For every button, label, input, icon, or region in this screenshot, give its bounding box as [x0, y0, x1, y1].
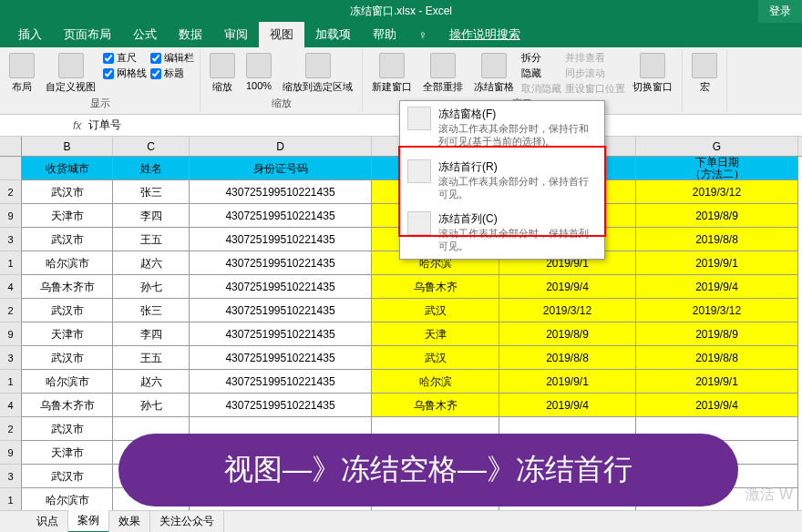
tab-审阅[interactable]: 审阅 — [213, 21, 259, 48]
header-cell[interactable]: 身份证号码 — [190, 157, 372, 180]
cell[interactable]: 武汉市 — [22, 417, 113, 441]
tab-数据[interactable]: 数据 — [168, 21, 213, 48]
cell[interactable]: 乌鲁木齐 — [372, 394, 499, 417]
cell[interactable]: 李四 — [113, 204, 190, 228]
cell[interactable]: 天津市 — [22, 441, 113, 465]
col-header-B[interactable]: B — [22, 137, 113, 156]
switch-window-button[interactable]: 切换窗口 — [629, 51, 676, 96]
cell[interactable]: 武汉 — [372, 299, 499, 322]
cell[interactable]: 2019/8/8 — [636, 228, 798, 251]
cell[interactable]: 乌鲁木齐市 — [22, 275, 113, 299]
tab-加载项[interactable]: 加载项 — [304, 21, 362, 48]
cell[interactable]: 天津市 — [22, 322, 113, 346]
cell[interactable]: 2019/9/1 — [636, 370, 798, 394]
cell[interactable]: 赵六 — [113, 251, 190, 275]
cell[interactable]: 2019/9/4 — [499, 275, 636, 299]
formula-bar-checkbox[interactable]: 编辑栏 — [150, 51, 194, 65]
freeze-panes-button[interactable]: 冻结窗格 — [470, 51, 518, 96]
cell[interactable]: 张三 — [113, 299, 190, 322]
row-header[interactable] — [0, 157, 22, 180]
cell[interactable]: 2019/3/12 — [499, 299, 636, 322]
cell[interactable]: 武汉市 — [22, 465, 113, 488]
cell[interactable]: 孙七 — [113, 394, 190, 417]
tab-操作说明搜索[interactable]: 操作说明搜索 — [438, 21, 531, 48]
cell[interactable]: 哈尔滨 — [372, 370, 499, 394]
cell[interactable]: 乌鲁木齐市 — [22, 394, 113, 417]
select-all-corner[interactable] — [0, 137, 22, 156]
cell[interactable]: 430725199510221435 — [190, 275, 372, 299]
sheet-tab-效果[interactable]: 效果 — [109, 511, 150, 532]
cell[interactable]: 2019/8/9 — [499, 322, 636, 346]
cell[interactable]: 张三 — [113, 180, 190, 204]
cell[interactable]: 430725199510221435 — [190, 228, 372, 251]
cell[interactable]: 赵六 — [113, 370, 190, 394]
zoom-100-button[interactable]: 100% — [242, 51, 275, 93]
col-header-C[interactable]: C — [113, 137, 190, 156]
header-cell[interactable]: 姓名 — [113, 157, 190, 180]
cell[interactable]: 2019/8/8 — [636, 346, 798, 370]
cell[interactable]: 430725199510221435 — [190, 322, 372, 346]
reset-position-button[interactable]: 重设窗口位置 — [565, 82, 625, 96]
cell[interactable]: 2019/9/4 — [499, 394, 636, 417]
cell[interactable]: 2019/3/12 — [636, 299, 798, 322]
arrange-all-button[interactable]: 全部重排 — [419, 51, 467, 96]
freeze-option-0[interactable]: 冻结窗格(F)滚动工作表其余部分时，保持行和列可见(基于当前的选择)。 — [400, 101, 604, 154]
cell[interactable]: 2019/9/1 — [636, 251, 798, 275]
zoom-button[interactable]: 缩放 — [206, 51, 239, 96]
header-cell[interactable]: 下单日期 （方法二） — [636, 157, 798, 180]
tab-公式[interactable]: 公式 — [122, 21, 168, 48]
tab-页面布局[interactable]: 页面布局 — [53, 21, 122, 48]
col-header-D[interactable]: D — [190, 137, 372, 156]
row-header[interactable]: 3 — [0, 346, 22, 370]
row-header[interactable]: 4 — [0, 275, 22, 299]
cell[interactable]: 武汉市 — [22, 346, 113, 370]
cell[interactable]: 王五 — [113, 346, 190, 370]
row-header[interactable]: 4 — [0, 394, 22, 417]
freeze-option-1[interactable]: 冻结首行(R)滚动工作表其余部分时，保持首行可见。 — [400, 154, 604, 207]
cell[interactable]: 430725199510221435 — [190, 251, 372, 275]
new-window-button[interactable]: 新建窗口 — [368, 51, 416, 96]
custom-view-button[interactable]: 自定义视图 — [42, 51, 99, 96]
header-cell[interactable]: 收货城市 — [22, 157, 113, 180]
row-header[interactable]: 9 — [0, 322, 22, 346]
cell[interactable]: 2019/9/1 — [499, 370, 636, 394]
tab-视图[interactable]: 视图 — [259, 21, 304, 48]
formula-value[interactable]: 订单号 — [88, 118, 121, 133]
row-header[interactable]: 1 — [0, 488, 22, 512]
cell[interactable]: 430725199510221435 — [190, 204, 372, 228]
headings-checkbox[interactable]: 标题 — [150, 66, 194, 80]
cell[interactable]: 哈尔滨市 — [22, 488, 113, 512]
row-header[interactable]: 1 — [0, 370, 22, 394]
login-button[interactable]: 登录 — [758, 0, 802, 23]
cell[interactable]: 2019/8/8 — [499, 346, 636, 370]
split-button[interactable]: 拆分 — [521, 51, 561, 65]
cell[interactable]: 2019/8/9 — [636, 204, 798, 228]
ruler-checkbox[interactable]: 直尺 — [103, 51, 147, 65]
col-header-G[interactable]: G — [636, 137, 798, 156]
sheet-tab-关注公众号[interactable]: 关注公众号 — [150, 511, 224, 532]
cell[interactable]: 430725199510221435 — [190, 346, 372, 370]
tab-帮助[interactable]: 帮助 — [362, 21, 407, 48]
hide-button[interactable]: 隐藏 — [521, 66, 561, 80]
cell[interactable]: 2019/9/4 — [636, 394, 798, 417]
row-header[interactable]: 2 — [0, 180, 22, 204]
sheet-tab-识点[interactable]: 识点 — [27, 511, 68, 532]
cell[interactable]: 430725199510221435 — [190, 394, 372, 417]
tab-插入[interactable]: 插入 — [7, 21, 53, 48]
cell[interactable]: 天津市 — [22, 204, 113, 228]
gridlines-checkbox[interactable]: 网格线 — [103, 66, 147, 80]
zoom-selection-button[interactable]: 缩放到选定区域 — [279, 51, 356, 96]
freeze-option-2[interactable]: 冻结首列(C)滚动工作表其余部分时，保持首列可见。 — [400, 206, 604, 259]
macro-button[interactable]: 宏 — [688, 51, 721, 96]
cell[interactable]: 天津 — [372, 322, 499, 346]
cell[interactable]: 乌鲁木齐 — [372, 275, 499, 299]
row-header[interactable]: 9 — [0, 204, 22, 228]
cell[interactable]: 430725199510221435 — [190, 299, 372, 322]
layout-button[interactable]: 布局 — [5, 51, 38, 96]
cell[interactable]: 2019/9/4 — [636, 275, 798, 299]
cell[interactable]: 孙七 — [113, 275, 190, 299]
cell[interactable]: 哈尔滨市 — [22, 251, 113, 275]
unhide-button[interactable]: 取消隐藏 — [521, 82, 561, 96]
cell[interactable]: 武汉 — [372, 346, 499, 370]
cell[interactable]: 武汉市 — [22, 299, 113, 322]
